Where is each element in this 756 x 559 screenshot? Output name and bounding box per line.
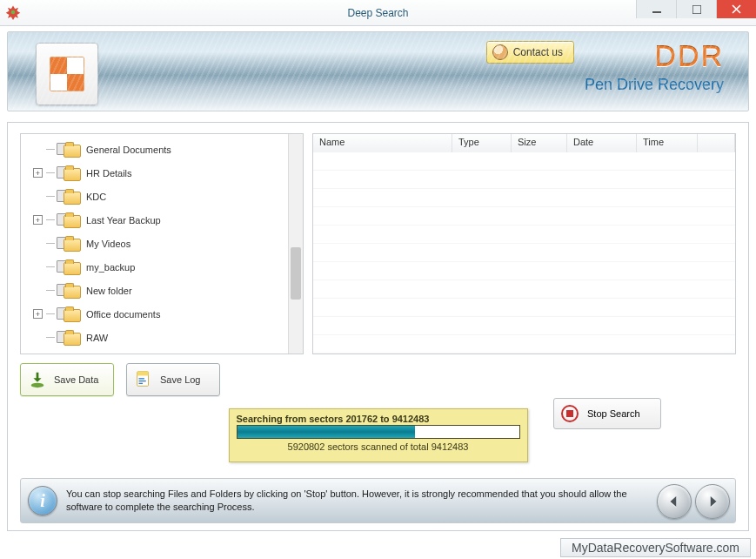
svg-rect-7 xyxy=(139,381,146,381)
tree-scroll-thumb[interactable] xyxy=(291,247,301,300)
tree-item-label: General Documents xyxy=(86,145,171,155)
tree-expander-icon[interactable]: + xyxy=(33,168,43,178)
titlebar: Deep Search xyxy=(0,0,756,26)
tree-item-label: my_backup xyxy=(86,262,135,273)
svg-rect-6 xyxy=(139,378,144,379)
folder-tree: +General Documents+HR Details+KDC+Last Y… xyxy=(20,133,304,354)
info-bar: i You can stop searching Files and Folde… xyxy=(20,478,736,523)
progress-bar xyxy=(237,425,520,439)
app-icon xyxy=(5,4,21,20)
folder-icon xyxy=(57,235,83,253)
folder-icon xyxy=(57,141,83,158)
contact-us-label: Contact us xyxy=(513,46,563,58)
nav-back-button[interactable] xyxy=(657,484,692,519)
content-area: +General Documents+HR Details+KDC+Last Y… xyxy=(8,123,748,354)
folder-icon xyxy=(57,165,83,182)
column-header[interactable]: Size xyxy=(512,134,567,152)
save-log-icon xyxy=(134,370,153,389)
stop-search-label: Stop Search xyxy=(587,408,640,419)
main-panel: +General Documents+HR Details+KDC+Last Y… xyxy=(7,122,749,531)
tree-item-label: Last Year Backup xyxy=(86,215,161,226)
column-header[interactable]: Date xyxy=(567,134,637,152)
file-list: NameTypeSizeDateTime xyxy=(312,133,736,354)
header-banner: Contact us DDR Pen Drive Recovery xyxy=(7,31,749,111)
info-icon: i xyxy=(28,486,57,515)
progress-headline: Searching from sectors 201762 to 9412483 xyxy=(237,414,520,424)
close-button[interactable] xyxy=(716,0,756,18)
tree-item[interactable]: +General Documents xyxy=(21,138,288,161)
tree-item[interactable]: +HR Details xyxy=(21,161,288,185)
folder-icon xyxy=(57,212,83,229)
brand-label: DDR xyxy=(654,39,724,73)
tree-item-label: Office documents xyxy=(86,309,160,320)
nav-buttons xyxy=(657,484,730,519)
tree-item[interactable]: +Office documents xyxy=(21,302,288,326)
tree-expander-icon[interactable]: + xyxy=(33,215,43,225)
svg-rect-2 xyxy=(692,5,701,14)
site-tag: MyDataRecoverySoftware.com xyxy=(560,538,751,557)
save-data-label: Save Data xyxy=(54,374,98,385)
folder-tree-list[interactable]: +General Documents+HR Details+KDC+Last Y… xyxy=(21,134,288,354)
folder-icon xyxy=(57,306,83,323)
column-header[interactable]: Time xyxy=(637,134,698,152)
tree-item-label: RAW xyxy=(86,333,108,343)
file-list-body xyxy=(313,152,735,354)
subbrand-label: Pen Drive Recovery xyxy=(585,76,724,94)
svg-rect-5 xyxy=(137,372,149,376)
progress-status: 5920802 sectors scanned of total 9412483 xyxy=(237,441,520,452)
folder-icon xyxy=(57,282,83,300)
tree-item[interactable]: +My Videos xyxy=(21,232,288,255)
save-log-label: Save Log xyxy=(160,374,200,385)
svg-rect-1 xyxy=(652,11,661,13)
minimize-button[interactable] xyxy=(636,0,676,18)
save-log-button[interactable]: Save Log xyxy=(126,363,220,396)
tree-item[interactable]: +RAW xyxy=(21,326,288,349)
stop-icon xyxy=(561,405,579,422)
contact-us-button[interactable]: Contact us xyxy=(486,41,574,64)
tree-item-label: HR Details xyxy=(86,168,132,178)
nav-forward-button[interactable] xyxy=(695,484,730,519)
column-header[interactable]: Name xyxy=(313,134,452,152)
tree-item-label: New folder xyxy=(86,286,132,296)
tree-item-label: My Videos xyxy=(86,239,130,249)
svg-point-0 xyxy=(11,10,16,15)
stop-search-button[interactable]: Stop Search xyxy=(553,398,661,429)
tree-item-label: KDC xyxy=(86,192,106,202)
column-header[interactable]: Type xyxy=(452,134,512,152)
window-controls xyxy=(636,0,756,18)
folder-icon xyxy=(57,329,83,347)
save-data-button[interactable]: Save Data xyxy=(20,363,114,396)
progress-fill xyxy=(238,426,415,438)
tree-scrollbar[interactable] xyxy=(288,134,303,354)
save-data-icon xyxy=(28,370,47,389)
svg-point-3 xyxy=(31,383,44,388)
tree-item[interactable]: +Last Year Backup xyxy=(21,208,288,232)
folder-icon xyxy=(57,259,83,276)
logo-button[interactable] xyxy=(36,43,98,105)
maximize-button[interactable] xyxy=(676,0,716,18)
contact-avatar-icon xyxy=(492,44,508,60)
info-text: You can stop searching Files and Folders… xyxy=(66,488,658,514)
progress-panel: Searching from sectors 201762 to 9412483… xyxy=(229,408,528,462)
actions-row: Save Data Save Log xyxy=(8,354,748,396)
svg-rect-8 xyxy=(139,383,144,384)
tree-item[interactable]: +my_backup xyxy=(21,255,288,279)
file-list-headers[interactable]: NameTypeSizeDateTime xyxy=(313,134,735,152)
logo-icon xyxy=(50,57,84,91)
window-title: Deep Search xyxy=(347,7,408,19)
tree-item[interactable]: +New folder xyxy=(21,279,288,302)
tree-item[interactable]: +KDC xyxy=(21,185,288,208)
tree-expander-icon[interactable]: + xyxy=(33,309,43,319)
folder-icon xyxy=(57,188,83,205)
